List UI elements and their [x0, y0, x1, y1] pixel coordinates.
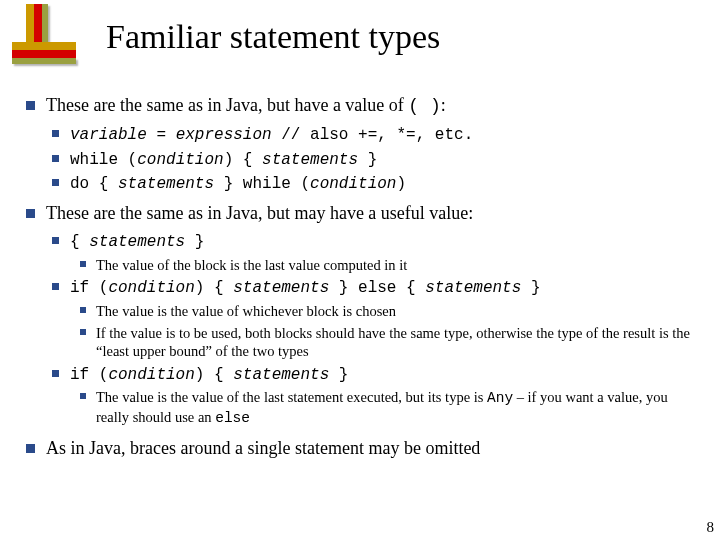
code-kw: while (	[70, 151, 137, 169]
code-stmts: statements	[425, 279, 521, 297]
code-any: Any	[487, 390, 513, 406]
code-kw: ) {	[195, 279, 233, 297]
code-expr: expression	[176, 126, 272, 144]
code-kw: } else {	[329, 279, 425, 297]
code-kw: ) {	[224, 151, 262, 169]
bullet-level3: The value is the value of whichever bloc…	[76, 302, 702, 321]
text: :	[441, 95, 446, 115]
code-else: else	[215, 410, 250, 426]
code-kw: if (	[70, 366, 108, 384]
code-paren: ( )	[408, 96, 440, 116]
code-stmts: statements	[262, 151, 358, 169]
code-kw: }	[185, 233, 204, 251]
text: These are the same as in Java, but have …	[46, 95, 408, 115]
code-cond: condition	[108, 279, 194, 297]
code-kw: }	[521, 279, 540, 297]
bullet-level2: while (condition) { statements }	[48, 149, 702, 170]
bullet-level1: These are the same as in Java, but have …	[24, 94, 702, 118]
bullet-level1: As in Java, braces around a single state…	[24, 437, 702, 460]
code-kw: }	[358, 151, 377, 169]
code-kw: }	[329, 366, 348, 384]
slide-decoration	[0, 0, 100, 70]
code-stmts: statements	[233, 366, 329, 384]
slide-body: These are the same as in Java, but have …	[24, 94, 702, 466]
code-kw: } while (	[214, 175, 310, 193]
code-cond: condition	[108, 366, 194, 384]
code-var: variable	[70, 126, 147, 144]
bullet-level1: These are the same as in Java, but may h…	[24, 202, 702, 225]
bullet-level3: If the value is to be used, both blocks …	[76, 324, 702, 361]
code-kw: {	[70, 233, 89, 251]
code-eq: =	[147, 126, 176, 144]
bullet-level2: variable = expression // also +=, *=, et…	[48, 124, 702, 145]
text: The value is the value of the last state…	[96, 389, 487, 405]
code-stmts: statements	[233, 279, 329, 297]
code-cond: condition	[137, 151, 223, 169]
code-kw: if (	[70, 279, 108, 297]
bullet-level2: if (condition) { statements } else { sta…	[48, 277, 702, 298]
page-number: 8	[707, 519, 715, 536]
bullet-level2: if (condition) { statements }	[48, 364, 702, 385]
bullet-level3: The value of the block is the last value…	[76, 256, 702, 275]
code-comment: // also +=, *=, etc.	[272, 126, 474, 144]
code-kw: ) {	[195, 366, 233, 384]
bullet-level3: The value is the value of the last state…	[76, 388, 702, 427]
bullet-level2: do { statements } while (condition)	[48, 173, 702, 194]
code-stmts: statements	[118, 175, 214, 193]
code-kw: )	[396, 175, 406, 193]
slide-title: Familiar statement types	[106, 18, 440, 56]
bullet-level2: { statements }	[48, 231, 702, 252]
code-cond: condition	[310, 175, 396, 193]
code-stmts: statements	[89, 233, 185, 251]
code-kw: do {	[70, 175, 118, 193]
